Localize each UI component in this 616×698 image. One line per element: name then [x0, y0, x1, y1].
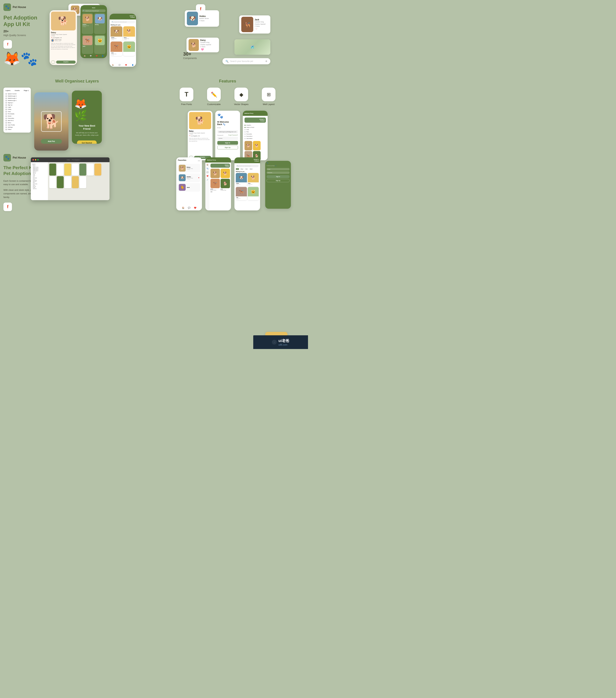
add-pet-button[interactable]: Add Pet	[41, 139, 62, 144]
layer-item[interactable]: Walkthrough-2	[5, 97, 29, 99]
tab-bird[interactable]: Bird	[249, 168, 253, 170]
layer-item[interactable]: Filters	[5, 128, 29, 130]
figma-desktop-screenshot: Daffy — Pet Adoption ↑ Layers ↓ Page 1 S…	[31, 157, 110, 200]
layer-item[interactable]: Settings	[5, 126, 29, 128]
feature-phones-row: 🐕 Daisy Cavalier King Charles Spaniel 2 …	[151, 111, 305, 160]
hobbs-card-img: 🐶	[187, 12, 198, 25]
daisy-right-heart: 🩷	[201, 48, 204, 51]
canvas-phone-1	[49, 164, 56, 176]
fav-nav-chat[interactable]: 💬	[188, 207, 191, 209]
nav-dot-favourites	[244, 134, 246, 135]
tab-dog[interactable]: Dog	[240, 168, 244, 170]
layer-item[interactable]: Home	[5, 115, 29, 117]
nav-dot-chat	[244, 129, 246, 130]
vector-shapes-label: Vector Shapes	[234, 103, 249, 106]
layer-icon	[5, 93, 7, 95]
nav-vaccination[interactable]: Vaccination	[244, 137, 266, 140]
sidenav-vaccine-icon[interactable]: 💉	[207, 179, 208, 181]
nav-dot-adoption	[244, 125, 246, 126]
pet-grid-item-4: 🐕	[221, 179, 230, 188]
phone-daisy-main: 🐕 Daisy Cavalier King Charles Spaniel 2 …	[50, 10, 77, 65]
daisy-right-card: 🐕 Daisy Cavalier King Charles Spaniel 2 …	[186, 38, 219, 52]
search-bar[interactable]: 🔍 Search your favourite pet ⚙	[222, 58, 270, 64]
sidenav-chat-icon[interactable]: 💬	[207, 171, 208, 173]
layer-icon	[5, 124, 7, 126]
layer-item[interactable]: Pet Details	[5, 113, 29, 115]
nav-chat[interactable]: Chat	[244, 128, 266, 131]
canvas-phone-10	[64, 176, 71, 188]
watermark-text-group: ui老爸 uil8.com	[278, 338, 289, 346]
layers-section-title: Well Organisez Layers	[0, 79, 154, 83]
well-layerd-label: Well Layerd	[263, 103, 275, 106]
layer-item[interactable]: Walkthrough-3	[5, 95, 29, 97]
sidenav-heart-icon[interactable]: ❤️	[207, 175, 208, 177]
feature-free-fonts: T Free Fonts	[176, 88, 198, 106]
phone-onboarding: 🦊🌿 Your New BestFriend We will help you …	[72, 91, 102, 144]
brand-logo-icon: 🐾	[3, 3, 11, 11]
feature-phone-login: 🐾 Hi WelcomeBack 🐾 Email mathewperry300@…	[215, 111, 240, 160]
vector-shapes-icon: ◆	[239, 92, 243, 98]
layer-item[interactable]: Walkthrough-1	[5, 99, 29, 102]
phone-adopt-right: Adopt aFriend 🔍 Search your favourite pe…	[235, 157, 260, 210]
free-fonts-icon: T	[185, 91, 188, 98]
canvas-phone-9	[57, 176, 64, 188]
desktop-toolbar: Daffy — Pet Adoption ↑	[31, 157, 110, 162]
layer-item[interactable]: Menu	[5, 122, 29, 124]
layer-item[interactable]: Sign up	[5, 104, 29, 106]
layer-item[interactable]: User Profile	[5, 124, 29, 126]
watermark-main-text: ui老爸	[278, 338, 289, 343]
layer-item[interactable]: Chats	[5, 108, 29, 111]
layer-item[interactable]: Add Pet-1	[5, 120, 29, 122]
tab-cat[interactable]: Cat	[245, 168, 248, 170]
layer-item[interactable]: Signup-1	[5, 102, 29, 104]
phone-partial-right: 🐾 Hi Welcome Back 🐾 Email Password Sign …	[265, 161, 291, 209]
layer-item[interactable]: Favourites	[5, 117, 29, 120]
well-layerd-icon-box: ⊞	[262, 88, 276, 101]
layer-icon	[5, 98, 7, 99]
favorites-menu-icon: ⋯	[198, 159, 200, 162]
components-count: 30+	[183, 51, 197, 57]
sign-in-button[interactable]: Sign In	[217, 141, 238, 145]
free-fonts-icon-box: T	[180, 88, 193, 101]
jack-card-name: Jack	[255, 18, 268, 21]
free-fonts-label: Free Fonts	[181, 103, 192, 106]
hobbs-card-breed: Boston Terrier	[199, 17, 213, 20]
favorites-title: Favorites	[178, 159, 186, 161]
tab-all[interactable]: All	[236, 168, 239, 170]
search-icon: 🔍	[225, 60, 228, 62]
nav-favourites[interactable]: Favourites	[244, 133, 266, 135]
nav-adopt-friend[interactable]: Adopt a Friend	[244, 126, 266, 128]
layer-item[interactable]: Splash Screen	[5, 93, 29, 95]
canvas-phone-3	[64, 164, 71, 176]
get-started-button[interactable]: Get Started	[77, 140, 97, 144]
features-section: Features T Free Fonts ✏️ Customizable ◆ …	[151, 79, 305, 160]
nav-pets[interactable]: Pets	[244, 131, 266, 133]
nav-dot-adopt-friend	[244, 127, 246, 128]
login-email-field[interactable]: mathewperry300@gmail.com	[217, 130, 238, 134]
layer-icon	[5, 122, 7, 124]
sidenav-adopt-icon[interactable]: 🐾	[207, 168, 208, 169]
layer-icon	[5, 100, 7, 101]
login-password-field[interactable]: ••••••••	[217, 137, 238, 140]
canvas-phone-11	[72, 176, 79, 188]
nav-adoption[interactable]: Adoption	[244, 124, 266, 126]
layer-item[interactable]: Login	[5, 106, 29, 108]
canvas-phone-6	[87, 164, 94, 176]
components-stats: 30+ Components	[183, 51, 197, 59]
nav-favourites2[interactable]: Favourites+	[244, 135, 266, 137]
fav-nav-heart[interactable]: ❤️	[194, 207, 196, 209]
layer-item[interactable]: Chat	[5, 111, 29, 113]
fav-nav-home[interactable]: 🏠	[182, 207, 184, 209]
watermark-dot: ·	[272, 340, 277, 345]
well-layerd-icon: ⊞	[267, 92, 271, 97]
customizable-icon: ✏️	[211, 92, 217, 98]
sign-up-button[interactable]: Sign Up	[217, 145, 238, 149]
canvas-phone-8	[49, 176, 56, 188]
layer-icon	[5, 120, 7, 121]
sidenav-home-icon[interactable]: 🏠	[207, 164, 208, 166]
onboarding-title: Your New BestFriend	[79, 124, 95, 130]
nav-dot-favourites2	[244, 136, 246, 137]
canvas-phone-7	[95, 164, 101, 176]
pet-grid-item-1: 🐕	[210, 169, 220, 178]
layer-icon	[5, 118, 7, 119]
